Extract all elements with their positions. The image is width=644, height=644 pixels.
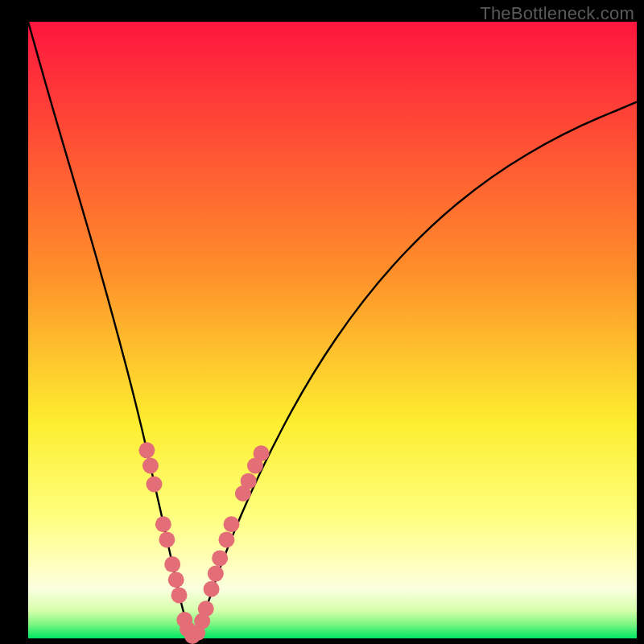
data-marker [164, 556, 180, 572]
data-marker [171, 587, 187, 603]
svg-rect-0 [28, 22, 637, 638]
data-marker [159, 531, 175, 547]
data-marker [146, 477, 162, 493]
data-marker [224, 516, 240, 532]
chart-stage: TheBottleneck.com [0, 0, 644, 644]
data-marker [138, 442, 155, 458]
data-marker [204, 581, 220, 597]
data-marker [208, 566, 224, 582]
watermark-text: TheBottleneck.com [480, 3, 634, 24]
data-marker [241, 473, 257, 489]
data-marker [155, 516, 171, 532]
data-marker [168, 572, 184, 588]
data-marker [254, 445, 270, 461]
data-marker [142, 458, 159, 474]
data-marker [218, 531, 234, 547]
data-marker [212, 550, 228, 566]
chart-svg [0, 0, 644, 644]
data-marker [198, 601, 214, 617]
